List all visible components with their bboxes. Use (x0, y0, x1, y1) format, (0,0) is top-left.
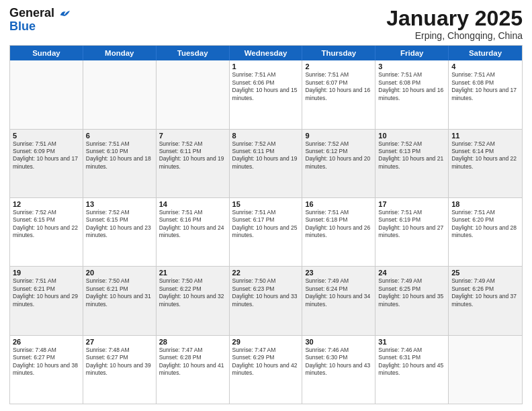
location: Erping, Chongqing, China (386, 30, 523, 41)
day-info: Sunrise: 7:51 AM Sunset: 6:17 PM Dayligh… (232, 209, 300, 240)
day-number: 23 (305, 269, 372, 277)
day-info: Sunrise: 7:51 AM Sunset: 6:21 PM Dayligh… (13, 277, 80, 308)
calendar-cell-16: 16Sunrise: 7:51 AM Sunset: 6:18 PM Dayli… (302, 198, 375, 266)
calendar-cell-23: 23Sunrise: 7:49 AM Sunset: 6:24 PM Dayli… (302, 267, 375, 334)
calendar-cell-13: 13Sunrise: 7:52 AM Sunset: 6:15 PM Dayli… (83, 198, 157, 266)
calendar-row-1: 5Sunrise: 7:51 AM Sunset: 6:09 PM Daylig… (10, 130, 522, 198)
calendar-cell-25: 25Sunrise: 7:49 AM Sunset: 6:26 PM Dayli… (449, 267, 522, 334)
calendar-cell-4: 4Sunrise: 7:51 AM Sunset: 6:08 PM Daylig… (449, 60, 522, 128)
calendar-cell-22: 22Sunrise: 7:50 AM Sunset: 6:23 PM Dayli… (230, 267, 303, 334)
calendar-cell-18: 18Sunrise: 7:51 AM Sunset: 6:20 PM Dayli… (449, 198, 522, 266)
day-number: 22 (232, 269, 300, 277)
day-info: Sunrise: 7:46 AM Sunset: 6:31 PM Dayligh… (378, 347, 445, 377)
weekday-header-monday: Monday (83, 46, 157, 60)
calendar-cell-empty-0-1 (83, 60, 157, 128)
calendar-cell-empty-0-0 (10, 60, 83, 128)
day-number: 2 (305, 62, 372, 71)
calendar-cell-8: 8Sunrise: 7:52 AM Sunset: 6:11 PM Daylig… (230, 130, 303, 197)
day-info: Sunrise: 7:51 AM Sunset: 6:08 PM Dayligh… (378, 71, 445, 102)
day-info: Sunrise: 7:50 AM Sunset: 6:23 PM Dayligh… (232, 277, 300, 308)
calendar-cell-empty-4-6 (449, 336, 522, 404)
day-info: Sunrise: 7:50 AM Sunset: 6:22 PM Dayligh… (159, 277, 226, 308)
calendar-cell-14: 14Sunrise: 7:51 AM Sunset: 6:16 PM Dayli… (157, 198, 230, 266)
day-number: 26 (13, 338, 80, 346)
day-info: Sunrise: 7:52 AM Sunset: 6:13 PM Dayligh… (378, 140, 445, 171)
logo: General Blue (9, 7, 70, 34)
weekday-header-wednesday: Wednesday (230, 46, 303, 60)
day-number: 27 (86, 338, 153, 346)
calendar-cell-11: 11Sunrise: 7:52 AM Sunset: 6:14 PM Dayli… (449, 130, 522, 197)
day-number: 12 (13, 200, 80, 208)
day-info: Sunrise: 7:50 AM Sunset: 6:21 PM Dayligh… (86, 277, 153, 308)
calendar-cell-12: 12Sunrise: 7:52 AM Sunset: 6:15 PM Dayli… (10, 198, 83, 266)
page: General Blue January 2025 Erping, Chongq… (0, 0, 532, 411)
calendar-row-4: 26Sunrise: 7:48 AM Sunset: 6:27 PM Dayli… (10, 336, 522, 404)
header: General Blue January 2025 Erping, Chongq… (9, 7, 523, 41)
day-number: 11 (451, 132, 519, 140)
calendar-cell-30: 30Sunrise: 7:46 AM Sunset: 6:30 PM Dayli… (302, 336, 375, 404)
calendar-body: 1Sunrise: 7:51 AM Sunset: 6:06 PM Daylig… (10, 60, 522, 404)
calendar-cell-10: 10Sunrise: 7:52 AM Sunset: 6:13 PM Dayli… (375, 130, 449, 197)
calendar-row-0: 1Sunrise: 7:51 AM Sunset: 6:06 PM Daylig… (10, 60, 522, 129)
day-number: 15 (232, 200, 300, 208)
logo-bird-icon (59, 9, 70, 17)
calendar-cell-17: 17Sunrise: 7:51 AM Sunset: 6:19 PM Dayli… (375, 198, 449, 266)
day-info: Sunrise: 7:51 AM Sunset: 6:09 PM Dayligh… (13, 140, 80, 171)
month-title: January 2025 (386, 7, 523, 30)
day-info: Sunrise: 7:52 AM Sunset: 6:12 PM Dayligh… (305, 140, 372, 171)
day-number: 6 (86, 132, 153, 140)
logo-text: General (9, 7, 70, 20)
calendar-cell-2: 2Sunrise: 7:51 AM Sunset: 6:07 PM Daylig… (302, 60, 375, 128)
day-info: Sunrise: 7:52 AM Sunset: 6:11 PM Dayligh… (232, 140, 300, 171)
calendar-cell-28: 28Sunrise: 7:47 AM Sunset: 6:28 PM Dayli… (157, 336, 230, 404)
calendar-cell-9: 9Sunrise: 7:52 AM Sunset: 6:12 PM Daylig… (302, 130, 375, 197)
day-info: Sunrise: 7:52 AM Sunset: 6:14 PM Dayligh… (451, 140, 519, 171)
day-number: 16 (305, 200, 372, 208)
calendar-cell-15: 15Sunrise: 7:51 AM Sunset: 6:17 PM Dayli… (230, 198, 303, 266)
calendar-cell-21: 21Sunrise: 7:50 AM Sunset: 6:22 PM Dayli… (157, 267, 230, 334)
day-number: 19 (13, 269, 80, 277)
calendar-cell-6: 6Sunrise: 7:51 AM Sunset: 6:10 PM Daylig… (83, 130, 157, 197)
logo-general: General (9, 6, 54, 19)
day-info: Sunrise: 7:51 AM Sunset: 6:10 PM Dayligh… (86, 140, 153, 171)
day-number: 3 (378, 62, 445, 71)
day-number: 7 (159, 132, 226, 140)
day-number: 14 (159, 200, 226, 208)
calendar-cell-24: 24Sunrise: 7:49 AM Sunset: 6:25 PM Dayli… (375, 267, 449, 334)
weekday-header-sunday: Sunday (10, 46, 83, 60)
day-number: 4 (451, 62, 519, 71)
weekday-header-thursday: Thursday (302, 46, 375, 60)
day-number: 28 (159, 338, 226, 346)
day-info: Sunrise: 7:49 AM Sunset: 6:25 PM Dayligh… (378, 277, 445, 308)
day-info: Sunrise: 7:51 AM Sunset: 6:19 PM Dayligh… (378, 209, 445, 240)
calendar: SundayMondayTuesdayWednesdayThursdayFrid… (9, 45, 523, 404)
day-number: 8 (232, 132, 300, 140)
day-number: 24 (378, 269, 445, 277)
calendar-row-2: 12Sunrise: 7:52 AM Sunset: 6:15 PM Dayli… (10, 198, 522, 267)
calendar-cell-27: 27Sunrise: 7:48 AM Sunset: 6:27 PM Dayli… (83, 336, 157, 404)
calendar-cell-31: 31Sunrise: 7:46 AM Sunset: 6:31 PM Dayli… (375, 336, 449, 404)
day-info: Sunrise: 7:51 AM Sunset: 6:06 PM Dayligh… (232, 71, 300, 102)
day-info: Sunrise: 7:51 AM Sunset: 6:18 PM Dayligh… (305, 209, 372, 240)
calendar-cell-1: 1Sunrise: 7:51 AM Sunset: 6:06 PM Daylig… (230, 60, 303, 128)
day-info: Sunrise: 7:48 AM Sunset: 6:27 PM Dayligh… (13, 347, 80, 377)
title-area: January 2025 Erping, Chongqing, China (386, 7, 523, 41)
day-number: 17 (378, 200, 445, 208)
day-number: 29 (232, 338, 300, 346)
calendar-cell-20: 20Sunrise: 7:50 AM Sunset: 6:21 PM Dayli… (83, 267, 157, 334)
day-info: Sunrise: 7:51 AM Sunset: 6:07 PM Dayligh… (305, 71, 372, 102)
calendar-cell-5: 5Sunrise: 7:51 AM Sunset: 6:09 PM Daylig… (10, 130, 83, 197)
day-info: Sunrise: 7:52 AM Sunset: 6:11 PM Dayligh… (159, 140, 226, 171)
day-number: 21 (159, 269, 226, 277)
calendar-cell-7: 7Sunrise: 7:52 AM Sunset: 6:11 PM Daylig… (157, 130, 230, 197)
day-info: Sunrise: 7:51 AM Sunset: 6:16 PM Dayligh… (159, 209, 226, 240)
day-info: Sunrise: 7:47 AM Sunset: 6:28 PM Dayligh… (159, 347, 226, 377)
calendar-cell-29: 29Sunrise: 7:47 AM Sunset: 6:29 PM Dayli… (230, 336, 303, 404)
calendar-cell-3: 3Sunrise: 7:51 AM Sunset: 6:08 PM Daylig… (375, 60, 449, 128)
day-number: 20 (86, 269, 153, 277)
calendar-header: SundayMondayTuesdayWednesdayThursdayFrid… (10, 46, 522, 60)
weekday-header-saturday: Saturday (449, 46, 522, 60)
day-number: 25 (451, 269, 519, 277)
day-number: 18 (451, 200, 519, 208)
logo-blue: Blue (9, 20, 36, 34)
